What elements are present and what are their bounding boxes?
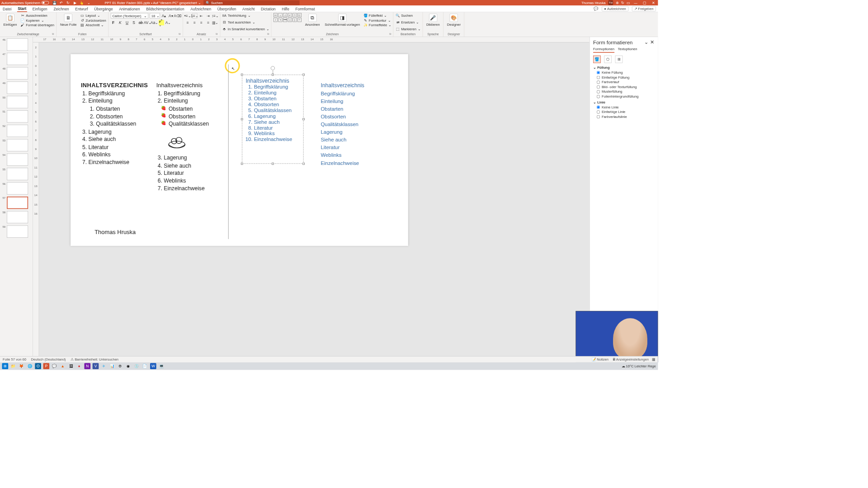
strike-button[interactable]: ab	[138, 20, 143, 25]
select-button[interactable]: ⬚Markieren ⌄	[396, 27, 420, 32]
font-size-combo[interactable]: 18⌄	[150, 13, 160, 19]
powerpoint-icon[interactable]: P	[43, 363, 50, 369]
tab-aufzeichnen[interactable]: Aufzeichnen	[190, 6, 212, 11]
slide-thumbnails[interactable]: 46 47 48 49 50 51 52 53 54 55 56 57 58 5…	[0, 37, 33, 356]
fill-button[interactable]: 🪣Fülleffekt ⌄	[363, 13, 392, 18]
effects-button[interactable]: ✨Formeffekte ⌄	[363, 23, 392, 28]
italic-button[interactable]: K	[118, 20, 123, 25]
chrome-icon[interactable]: 🌐	[27, 363, 33, 369]
app-icon[interactable]: 🖼	[68, 363, 74, 369]
app-icon[interactable]: 💬	[52, 363, 58, 369]
slide-canvas[interactable]: ↖ INHALTSVERZEICHNIS Begriffsklärung Ein…	[71, 54, 408, 246]
radio-solid-fill[interactable]: Einfarbige Füllung	[597, 75, 655, 79]
dictate-button[interactable]: 🎤Diktieren	[425, 13, 441, 27]
radio-picture-fill[interactable]: Bild- oder Texturfüllung	[597, 85, 655, 89]
pane-close-icon[interactable]: ✕	[650, 39, 655, 45]
tab-textoptionen[interactable]: Textoptionen	[618, 47, 637, 53]
display-settings-button[interactable]: 🖥 Anzeigeeinstellungen	[612, 357, 649, 361]
tab-start[interactable]: Start	[17, 6, 27, 12]
slide-editor[interactable]: 1716151413121110987654321012345678910111…	[33, 37, 590, 356]
resize-handle[interactable]	[302, 118, 305, 121]
tab-hilfe[interactable]: Hilfe	[281, 6, 290, 11]
section-line[interactable]: ⌄ Linie	[593, 100, 655, 104]
bold-button[interactable]: F	[111, 20, 116, 25]
underline-button[interactable]: U	[124, 20, 130, 25]
font-color-button[interactable]: A⌄	[165, 20, 171, 25]
present-icon[interactable]: ⊕	[616, 1, 618, 5]
vlc-icon[interactable]: ▲	[60, 363, 66, 369]
radio-no-fill[interactable]: Keine Füllung	[597, 70, 655, 74]
replace-button[interactable]: ⇄Ersetzen ⌄	[396, 20, 419, 25]
outlook-icon[interactable]: O	[35, 363, 41, 369]
accessibility-check[interactable]: ⚠ Barrierefreiheit: Untersuchen	[71, 357, 118, 361]
quickstyles-button[interactable]: ◨Schnellformat-vorlagen	[323, 13, 361, 27]
telegram-icon[interactable]: ✈	[101, 363, 107, 369]
indent-button[interactable]: ⇥	[206, 13, 211, 19]
radio-no-line[interactable]: Keine Linie	[597, 105, 655, 109]
app-icon[interactable]: 💻	[158, 363, 165, 369]
tab-zeichnen[interactable]: Zeichnen	[53, 6, 70, 11]
resize-handle[interactable]	[241, 118, 243, 121]
word-icon[interactable]: W	[150, 363, 156, 369]
size-tab-icon[interactable]: ⊞	[615, 56, 623, 63]
radio-gradient-line[interactable]: Farbverlaufslinie	[597, 115, 655, 118]
numbering-button[interactable]: 1≡⌄	[192, 13, 197, 19]
designer-button[interactable]: 🎨Designer	[446, 13, 462, 27]
align-center-button[interactable]: ≡	[192, 20, 197, 25]
tab-einfuegen[interactable]: Einfügen	[32, 6, 48, 11]
format-painter-button[interactable]: 🖌Format übertragen	[20, 23, 54, 28]
new-slide-button[interactable]: 🗎 Neue Folie	[59, 13, 78, 27]
cut-button[interactable]: ✂Ausschneiden	[20, 13, 54, 18]
thumb-current[interactable]: 57	[1, 197, 32, 209]
outdent-button[interactable]: ⇤	[198, 13, 204, 19]
language-indicator[interactable]: Deutsch (Deutschland)	[31, 357, 66, 361]
start-button[interactable]: ⊞	[2, 363, 9, 369]
align-text-button[interactable]: ⊟Text ausrichten ⌄	[222, 20, 255, 25]
effects-tab-icon[interactable]: ⬠	[604, 56, 612, 63]
resize-handle[interactable]	[272, 163, 274, 165]
reset-button[interactable]: ↺Zurücksetzen	[80, 18, 106, 23]
visio-icon[interactable]: V	[93, 363, 99, 369]
align-right-button[interactable]: ≡	[198, 20, 204, 25]
section-button[interactable]: ▤Abschnitt ⌄	[80, 23, 106, 28]
notes-button[interactable]: 📝 Notizen	[592, 357, 609, 361]
app-icon[interactable]: 💿	[134, 363, 140, 369]
redo-icon[interactable]: ↻	[66, 0, 71, 5]
autosave-toggle[interactable]: Automatisches Speichern	[1, 1, 49, 5]
undo-icon[interactable]: ↶	[59, 0, 64, 5]
find-button[interactable]: 🔍Suchen	[396, 13, 413, 18]
radio-gradient-fill[interactable]: Farbverlauf	[597, 80, 655, 84]
shapes-gallery[interactable]: ▭○△▱◇⬠ /↘⟶{}☆	[274, 13, 302, 22]
resize-handle[interactable]	[241, 74, 243, 76]
resize-handle[interactable]	[272, 74, 274, 76]
radio-pattern-fill[interactable]: Musterfüllung	[597, 90, 655, 94]
fill-line-tab-icon[interactable]: 🪣	[593, 56, 601, 63]
search-box[interactable]: 🔍 Suchen	[203, 0, 299, 5]
tab-dictation[interactable]: Dictation	[260, 6, 276, 11]
slideshow-icon[interactable]: ▶	[72, 0, 77, 5]
resize-handle[interactable]	[241, 163, 243, 165]
minimize-button[interactable]: —	[632, 1, 639, 5]
tab-entwurf[interactable]: Entwurf	[75, 6, 89, 11]
shrink-font-icon[interactable]: A▾	[168, 13, 174, 19]
justify-button[interactable]: ≡	[206, 20, 211, 25]
pane-dropdown-icon[interactable]: ⌄	[644, 39, 649, 45]
layout-button[interactable]: ▭Layout ⌄	[80, 13, 106, 18]
highlight-button[interactable]: 🖍⌄	[159, 20, 164, 25]
resize-handle[interactable]	[302, 74, 305, 76]
ribbon-display-icon[interactable]: ▭	[627, 1, 630, 5]
app-icon[interactable]: ⚙	[117, 363, 123, 369]
tab-ueberpruefen[interactable]: Überprüfen	[217, 6, 237, 11]
slide-counter[interactable]: Folie 57 von 60	[3, 357, 26, 361]
linespacing-button[interactable]: ↕≡⌄	[212, 13, 218, 19]
rotate-handle-icon[interactable]	[271, 66, 275, 70]
firefox-icon[interactable]: 🦊	[19, 363, 25, 369]
sync-icon[interactable]: ↻	[621, 1, 624, 5]
toggle-switch[interactable]	[42, 1, 49, 5]
app-icon[interactable]: ◉	[125, 363, 132, 369]
bullets-button[interactable]: •≡⌄	[185, 13, 190, 19]
outline-button[interactable]: ✎Formkontur ⌄	[363, 18, 392, 23]
close-button[interactable]: ✕	[651, 1, 657, 5]
arrange-button[interactable]: ⧉Anordnen	[304, 13, 321, 27]
user-avatar[interactable]: TH	[608, 0, 613, 5]
